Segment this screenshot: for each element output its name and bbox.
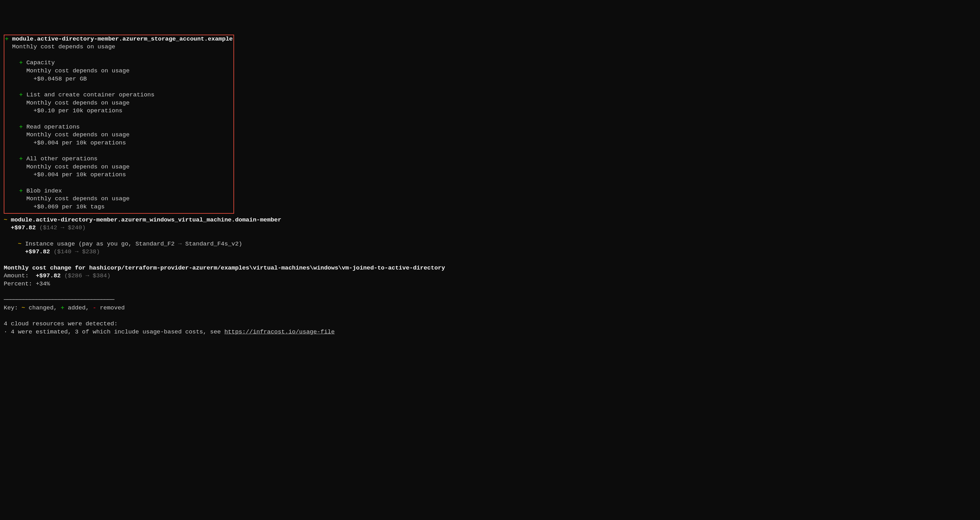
to-value: $238 [82,248,96,255]
cost-item: + Capacity [5,59,233,67]
item-sub: Monthly cost depends on usage [5,195,233,203]
footer-line-2: ∙ 4 were estimated, 3 of which include u… [4,328,976,336]
amount-value: +$97.82 [36,272,61,279]
usage-note: Monthly cost depends on usage [26,195,129,202]
vm-cost-line: +$97.82 ($142 → $240) [4,224,976,232]
item-name: Blob index [26,187,62,194]
cost-item: + Blob index [5,187,233,195]
footer-line-1: 4 cloud resources were detected: [4,320,976,328]
storage-account-highlight-box: + module.active-directory-member.azurerm… [4,35,234,214]
tilde-icon: ~ [4,217,7,224]
item-name: List and create container operations [26,91,154,98]
item-name: All other operations [26,155,97,162]
resource-name: module.active-directory-member.azurerm_w… [11,217,282,224]
usage-note: Monthly cost depends on usage [26,131,129,138]
item-sub: Monthly cost depends on usage [5,67,233,75]
rate-value: +$0.0458 per GB [33,76,87,82]
from-value: $286 [68,272,82,279]
vm-sub-cost-line: +$97.82 ($140 → $238) [4,248,976,256]
key-label: Key: [4,304,18,311]
changed-text: changed, [29,304,57,311]
plus-icon: + [19,91,23,98]
plus-icon: + [19,59,23,66]
plus-icon: + [19,187,23,194]
removed-text: removed [100,304,125,311]
cost-item: + All other operations [5,155,233,163]
plus-icon: + [19,124,23,130]
amount-range: ($286 → $384) [64,272,110,279]
to-value: $240 [68,224,82,231]
added-text: added, [68,304,89,311]
summary-amount-line: Amount: +$97.82 ($286 → $384) [4,272,976,280]
plus-icon: + [5,36,8,43]
cost-delta: +$97.82 [11,224,36,231]
percent-value: +34% [36,281,50,287]
item-name: Capacity [26,59,55,66]
key-legend: Key: ~ changed, + added, - removed [4,304,976,312]
item-name: Read operations [26,124,80,130]
item-sub: Monthly cost depends on usage [5,163,233,171]
usage-note: Monthly cost depends on usage [12,43,116,50]
tilde-icon: ~ [22,304,25,311]
rate-value: +$0.004 per 10k operations [33,171,126,178]
plus-icon: + [60,304,64,311]
from-value: $142 [43,224,57,231]
rate-value: +$0.004 per 10k operations [33,140,126,146]
storage-header-sub: Monthly cost depends on usage [5,43,233,51]
usage-note: Monthly cost depends on usage [26,163,129,170]
usage-note: Monthly cost depends on usage [26,100,129,106]
usage-note: Monthly cost depends on usage [26,67,129,74]
usage-file-link[interactable]: https://infracost.io/usage-file [224,328,334,335]
item-rate: +$0.004 per 10k operations [5,139,233,147]
from-value: $140 [57,248,72,255]
vm-sub-line: ~ Instance usage (pay as you go, Standar… [4,240,976,248]
tilde-icon: ~ [18,241,22,247]
item-rate: +$0.069 per 10k tags [5,203,233,211]
summary-change-line: Monthly cost change for hashicorp/terraf… [4,264,976,272]
arrow-icon: → [178,241,181,247]
summary-percent-line: Percent: +34% [4,280,976,288]
rate-value: +$0.10 per 10k operations [33,107,123,114]
item-rate: +$0.0458 per GB [5,75,233,83]
plus-icon: + [19,155,23,162]
storage-header-line: + module.active-directory-member.azurerm… [5,35,233,43]
item-sub: Monthly cost depends on usage [5,99,233,107]
divider-line: ────────────────────────────────── [4,296,976,304]
resource-name: module.active-directory-member.azurerm_s… [12,36,233,43]
cost-delta: +$97.82 [25,248,50,255]
item-rate: +$0.004 per 10k operations [5,171,233,179]
percent-label: Percent: [4,281,32,287]
change-label: Monthly cost change for [4,265,86,271]
to-value: $384 [93,272,107,279]
rate-value: +$0.069 per 10k tags [33,203,105,210]
cost-item: + Read operations [5,123,233,131]
minus-icon: - [93,304,96,311]
instance-target: Standard_F4s_v2) [185,241,242,247]
cost-item: + List and create container operations [5,91,233,99]
item-rate: +$0.10 per 10k operations [5,107,233,115]
cost-range: ($140 → $238) [54,248,100,255]
item-sub: Monthly cost depends on usage [5,131,233,139]
change-path: hashicorp/terraform-provider-azurerm/exa… [89,265,445,271]
amount-label: Amount: [4,272,29,279]
vm-header-line: ~ module.active-directory-member.azurerm… [4,216,976,224]
instance-usage-label: Instance usage (pay as you go, Standard_… [25,241,175,247]
cost-range: ($142 → $240) [39,224,86,231]
footer-estimated-text: ∙ 4 were estimated, 3 of which include u… [4,328,224,335]
